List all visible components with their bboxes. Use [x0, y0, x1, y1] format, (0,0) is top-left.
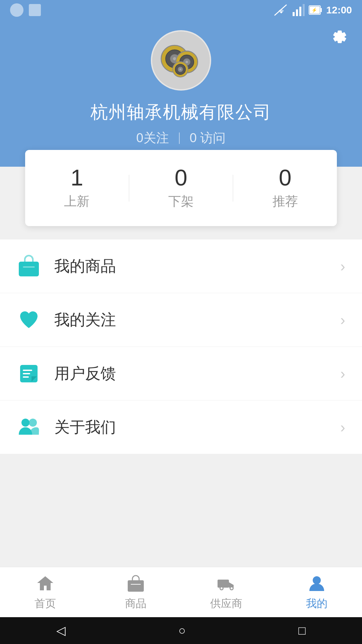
menu-item-feedback[interactable]: 用户反馈 › — [0, 347, 362, 400]
menu-my-follows-label: 我的关注 — [54, 310, 340, 330]
svg-point-35 — [313, 576, 321, 584]
nav-bag-icon — [126, 574, 146, 594]
stats-card: 1 上新 0 下架 0 推荐 — [25, 150, 337, 226]
nav-item-home[interactable]: 首页 — [0, 567, 90, 617]
battery-icon: ⚡ — [309, 4, 322, 16]
svg-line-0 — [275, 5, 287, 15]
stat-new-number: 1 — [70, 166, 83, 189]
nav-item-suppliers[interactable]: 供应商 — [181, 567, 272, 617]
settings-button[interactable] — [328, 27, 349, 47]
chevron-right-icon-feedback: › — [340, 365, 345, 382]
svg-rect-6 — [320, 8, 322, 12]
nav-products-label: 商品 — [125, 596, 146, 611]
stat-new: 1 上新 — [25, 166, 129, 210]
time-display: 12:00 — [326, 4, 352, 16]
svg-rect-2 — [296, 9, 298, 16]
home-icon — [35, 574, 55, 594]
menu-feedback-label: 用户反馈 — [54, 363, 340, 384]
svg-point-21 — [179, 68, 181, 70]
status-bar: ⚡ 12:00 — [0, 0, 362, 20]
svg-rect-26 — [23, 376, 29, 378]
stat-new-label: 上新 — [64, 193, 89, 210]
nav-item-products[interactable]: 商品 — [90, 567, 181, 617]
svg-point-17 — [185, 61, 188, 63]
nav-suppliers-label: 供应商 — [210, 596, 242, 611]
svg-point-27 — [21, 419, 29, 427]
svg-point-34 — [231, 587, 233, 589]
svg-rect-24 — [23, 370, 32, 371]
sd-card-icon — [29, 4, 41, 16]
chevron-right-icon-about: › — [340, 419, 345, 436]
stat-off-number: 0 — [175, 166, 187, 189]
profile-header: 杭州轴承机械有限公司 0关注 0 访问 — [0, 20, 362, 167]
status-bar-left — [10, 3, 41, 17]
nav-mine-label: 我的 — [306, 596, 327, 611]
nav-home-label: 首页 — [35, 596, 56, 611]
svg-rect-1 — [293, 12, 295, 16]
heart-icon — [17, 308, 41, 332]
chevron-right-icon-products: › — [340, 258, 345, 275]
status-bar-right: ⚡ 12:00 — [274, 4, 352, 16]
note-icon — [17, 362, 41, 386]
svg-rect-4 — [303, 4, 305, 16]
stats-divider — [179, 132, 180, 144]
menu-item-my-follows[interactable]: 我的关注 › — [0, 293, 362, 347]
visit-count: 0 访问 — [190, 129, 226, 147]
recent-button[interactable]: □ — [298, 624, 306, 638]
home-button[interactable]: ○ — [178, 624, 186, 638]
svg-rect-29 — [128, 580, 144, 592]
svg-rect-25 — [23, 373, 30, 374]
signal-icon — [293, 4, 305, 16]
menu-item-about-us[interactable]: 关于我们 › — [0, 400, 362, 454]
follow-count: 0关注 — [136, 129, 169, 147]
back-button[interactable]: ◁ — [56, 624, 66, 638]
sim-icon — [10, 3, 23, 17]
svg-rect-22 — [19, 262, 39, 276]
stat-off-label: 下架 — [168, 193, 194, 210]
stat-off-shelf: 0 下架 — [129, 166, 233, 210]
menu-item-my-products[interactable]: 我的商品 › — [0, 239, 362, 293]
svg-rect-30 — [218, 580, 229, 588]
chevron-right-icon-follows: › — [340, 312, 345, 328]
avatar[interactable] — [151, 30, 211, 91]
menu-my-products-label: 我的商品 — [54, 256, 340, 277]
wifi-icon — [274, 4, 289, 16]
truck-icon — [216, 574, 236, 594]
svg-text:⚡: ⚡ — [311, 7, 317, 13]
company-name: 杭州轴承机械有限公司 — [90, 101, 272, 124]
stat-recommend-number: 0 — [279, 166, 292, 189]
svg-point-32 — [221, 587, 223, 589]
stat-recommend-label: 推荐 — [273, 193, 298, 210]
menu-about-us-label: 关于我们 — [54, 417, 340, 438]
menu-section: 我的商品 › 我的关注 › 用户反馈 › — [0, 239, 362, 454]
stat-recommend: 0 推荐 — [233, 166, 337, 210]
bag-icon — [17, 254, 41, 278]
people-icon — [17, 415, 41, 439]
svg-point-28 — [29, 419, 37, 427]
follow-visit-stats: 0关注 0 访问 — [136, 129, 226, 147]
person-icon — [307, 574, 327, 594]
svg-rect-3 — [299, 7, 301, 16]
android-nav-bar: ◁ ○ □ — [0, 617, 362, 644]
bottom-nav: 首页 商品 供应商 — [0, 567, 362, 617]
nav-item-mine[interactable]: 我的 — [272, 567, 362, 617]
